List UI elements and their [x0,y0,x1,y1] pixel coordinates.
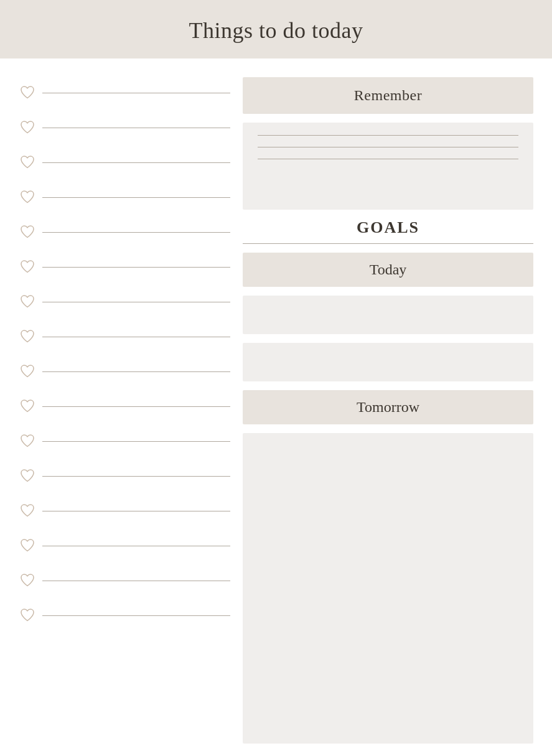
remember-content-box [243,123,533,210]
todo-line [42,476,230,477]
todo-line [42,371,230,372]
right-panel: Remember GOALS Today T [243,77,533,744]
heart-icon [19,536,36,554]
today-label: Today [370,261,407,278]
heart-icon [19,292,36,310]
list-item [19,182,230,212]
todo-line [42,267,230,268]
list-item [19,147,230,177]
list-item [19,495,230,525]
main-content: Remember GOALS Today T [0,58,552,756]
list-item [19,321,230,351]
todo-line [42,615,230,616]
heart-icon [19,223,36,240]
today-box-2 [243,343,533,381]
page: Things to do today [0,0,552,756]
todo-line [42,441,230,442]
heart-icon [19,118,36,136]
heart-icon [19,327,36,345]
todo-line [42,546,230,546]
heart-icon [19,83,36,101]
today-header: Today [243,253,533,287]
list-item [19,426,230,455]
heart-icon [19,606,36,623]
goals-underline [243,243,533,244]
heart-icon [19,153,36,170]
list-item [19,251,230,281]
heart-icon [19,188,36,205]
goals-label: GOALS [243,218,533,241]
list-item [19,391,230,421]
todo-line [42,162,230,163]
heart-icon [19,397,36,414]
heart-icon [19,502,36,519]
heart-icon [19,571,36,589]
list-item [19,217,230,246]
remember-header: Remember [243,77,533,114]
remember-label: Remember [354,87,422,103]
list-item [19,565,230,595]
todo-line [42,302,230,302]
todo-line [42,511,230,511]
list-item [19,460,230,490]
list-item [19,77,230,107]
todo-line [42,197,230,198]
goals-section: GOALS [243,218,533,244]
remember-line-2 [258,147,518,147]
heart-icon [19,432,36,449]
todo-line [42,232,230,233]
todo-line [42,581,230,581]
todo-line [42,406,230,407]
list-item [19,356,230,386]
todo-line [42,128,230,128]
tomorrow-header: Tomorrow [243,390,533,424]
tomorrow-box [243,433,533,744]
todo-line [42,337,230,337]
list-item [19,112,230,142]
list-item [19,530,230,560]
heart-icon [19,258,36,275]
heart-icon [19,362,36,380]
list-item [19,286,230,316]
list-item [19,600,230,630]
tomorrow-label: Tomorrow [357,399,419,415]
remember-line-1 [258,135,518,136]
today-box-1 [243,296,533,334]
remember-line-3 [258,159,518,159]
todo-list [19,77,230,744]
page-title: Things to do today [12,17,540,44]
todo-line [42,93,230,93]
heart-icon [19,467,36,484]
page-header: Things to do today [0,0,552,58]
